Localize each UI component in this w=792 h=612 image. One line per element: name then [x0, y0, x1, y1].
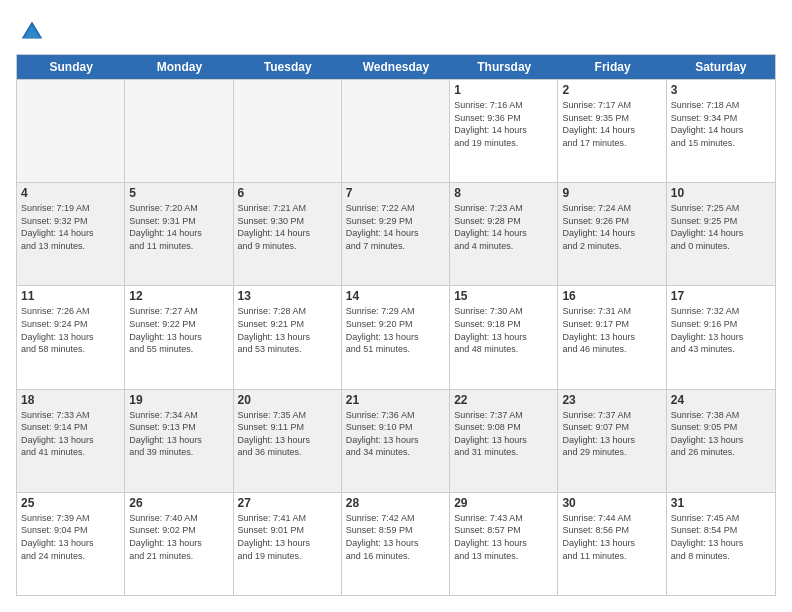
table-row: 23Sunrise: 7:37 AM Sunset: 9:07 PM Dayli… [558, 390, 666, 492]
day-info: Sunrise: 7:36 AM Sunset: 9:10 PM Dayligh… [346, 409, 445, 459]
day-info: Sunrise: 7:44 AM Sunset: 8:56 PM Dayligh… [562, 512, 661, 562]
day-number: 2 [562, 83, 661, 97]
calendar-row: 11Sunrise: 7:26 AM Sunset: 9:24 PM Dayli… [17, 285, 775, 388]
calendar: Sunday Monday Tuesday Wednesday Thursday… [16, 54, 776, 596]
day-info: Sunrise: 7:16 AM Sunset: 9:36 PM Dayligh… [454, 99, 553, 149]
logo-icon [18, 16, 46, 44]
calendar-row: 4Sunrise: 7:19 AM Sunset: 9:32 PM Daylig… [17, 182, 775, 285]
day-info: Sunrise: 7:38 AM Sunset: 9:05 PM Dayligh… [671, 409, 771, 459]
table-row [234, 80, 342, 182]
day-info: Sunrise: 7:29 AM Sunset: 9:20 PM Dayligh… [346, 305, 445, 355]
day-number: 28 [346, 496, 445, 510]
table-row: 2Sunrise: 7:17 AM Sunset: 9:35 PM Daylig… [558, 80, 666, 182]
day-number: 17 [671, 289, 771, 303]
day-number: 18 [21, 393, 120, 407]
day-info: Sunrise: 7:21 AM Sunset: 9:30 PM Dayligh… [238, 202, 337, 252]
header-saturday: Saturday [667, 55, 775, 79]
calendar-row: 25Sunrise: 7:39 AM Sunset: 9:04 PM Dayli… [17, 492, 775, 595]
day-number: 3 [671, 83, 771, 97]
day-info: Sunrise: 7:41 AM Sunset: 9:01 PM Dayligh… [238, 512, 337, 562]
day-info: Sunrise: 7:25 AM Sunset: 9:25 PM Dayligh… [671, 202, 771, 252]
day-info: Sunrise: 7:23 AM Sunset: 9:28 PM Dayligh… [454, 202, 553, 252]
table-row: 4Sunrise: 7:19 AM Sunset: 9:32 PM Daylig… [17, 183, 125, 285]
header [16, 16, 776, 44]
day-number: 5 [129, 186, 228, 200]
table-row: 21Sunrise: 7:36 AM Sunset: 9:10 PM Dayli… [342, 390, 450, 492]
calendar-body: 1Sunrise: 7:16 AM Sunset: 9:36 PM Daylig… [17, 79, 775, 595]
table-row: 30Sunrise: 7:44 AM Sunset: 8:56 PM Dayli… [558, 493, 666, 595]
day-info: Sunrise: 7:37 AM Sunset: 9:08 PM Dayligh… [454, 409, 553, 459]
day-info: Sunrise: 7:17 AM Sunset: 9:35 PM Dayligh… [562, 99, 661, 149]
day-number: 12 [129, 289, 228, 303]
day-info: Sunrise: 7:19 AM Sunset: 9:32 PM Dayligh… [21, 202, 120, 252]
table-row [125, 80, 233, 182]
table-row: 9Sunrise: 7:24 AM Sunset: 9:26 PM Daylig… [558, 183, 666, 285]
table-row: 28Sunrise: 7:42 AM Sunset: 8:59 PM Dayli… [342, 493, 450, 595]
day-number: 26 [129, 496, 228, 510]
day-info: Sunrise: 7:40 AM Sunset: 9:02 PM Dayligh… [129, 512, 228, 562]
header-thursday: Thursday [450, 55, 558, 79]
table-row: 25Sunrise: 7:39 AM Sunset: 9:04 PM Dayli… [17, 493, 125, 595]
day-info: Sunrise: 7:43 AM Sunset: 8:57 PM Dayligh… [454, 512, 553, 562]
table-row: 6Sunrise: 7:21 AM Sunset: 9:30 PM Daylig… [234, 183, 342, 285]
page: Sunday Monday Tuesday Wednesday Thursday… [0, 0, 792, 612]
table-row: 7Sunrise: 7:22 AM Sunset: 9:29 PM Daylig… [342, 183, 450, 285]
table-row: 27Sunrise: 7:41 AM Sunset: 9:01 PM Dayli… [234, 493, 342, 595]
header-tuesday: Tuesday [234, 55, 342, 79]
day-number: 31 [671, 496, 771, 510]
header-wednesday: Wednesday [342, 55, 450, 79]
calendar-row: 1Sunrise: 7:16 AM Sunset: 9:36 PM Daylig… [17, 79, 775, 182]
day-info: Sunrise: 7:26 AM Sunset: 9:24 PM Dayligh… [21, 305, 120, 355]
table-row: 15Sunrise: 7:30 AM Sunset: 9:18 PM Dayli… [450, 286, 558, 388]
day-number: 20 [238, 393, 337, 407]
day-info: Sunrise: 7:33 AM Sunset: 9:14 PM Dayligh… [21, 409, 120, 459]
calendar-row: 18Sunrise: 7:33 AM Sunset: 9:14 PM Dayli… [17, 389, 775, 492]
day-info: Sunrise: 7:28 AM Sunset: 9:21 PM Dayligh… [238, 305, 337, 355]
day-number: 23 [562, 393, 661, 407]
day-number: 25 [21, 496, 120, 510]
table-row [17, 80, 125, 182]
table-row: 24Sunrise: 7:38 AM Sunset: 9:05 PM Dayli… [667, 390, 775, 492]
table-row: 10Sunrise: 7:25 AM Sunset: 9:25 PM Dayli… [667, 183, 775, 285]
day-number: 14 [346, 289, 445, 303]
day-number: 24 [671, 393, 771, 407]
day-number: 10 [671, 186, 771, 200]
day-info: Sunrise: 7:42 AM Sunset: 8:59 PM Dayligh… [346, 512, 445, 562]
day-info: Sunrise: 7:20 AM Sunset: 9:31 PM Dayligh… [129, 202, 228, 252]
day-number: 4 [21, 186, 120, 200]
day-info: Sunrise: 7:37 AM Sunset: 9:07 PM Dayligh… [562, 409, 661, 459]
day-number: 9 [562, 186, 661, 200]
header-monday: Monday [125, 55, 233, 79]
day-number: 1 [454, 83, 553, 97]
table-row: 22Sunrise: 7:37 AM Sunset: 9:08 PM Dayli… [450, 390, 558, 492]
day-info: Sunrise: 7:32 AM Sunset: 9:16 PM Dayligh… [671, 305, 771, 355]
table-row: 11Sunrise: 7:26 AM Sunset: 9:24 PM Dayli… [17, 286, 125, 388]
day-number: 27 [238, 496, 337, 510]
table-row: 20Sunrise: 7:35 AM Sunset: 9:11 PM Dayli… [234, 390, 342, 492]
header-sunday: Sunday [17, 55, 125, 79]
day-info: Sunrise: 7:24 AM Sunset: 9:26 PM Dayligh… [562, 202, 661, 252]
day-info: Sunrise: 7:45 AM Sunset: 8:54 PM Dayligh… [671, 512, 771, 562]
table-row: 17Sunrise: 7:32 AM Sunset: 9:16 PM Dayli… [667, 286, 775, 388]
day-info: Sunrise: 7:35 AM Sunset: 9:11 PM Dayligh… [238, 409, 337, 459]
day-number: 29 [454, 496, 553, 510]
table-row: 13Sunrise: 7:28 AM Sunset: 9:21 PM Dayli… [234, 286, 342, 388]
day-number: 21 [346, 393, 445, 407]
day-number: 13 [238, 289, 337, 303]
day-info: Sunrise: 7:30 AM Sunset: 9:18 PM Dayligh… [454, 305, 553, 355]
day-number: 22 [454, 393, 553, 407]
day-info: Sunrise: 7:22 AM Sunset: 9:29 PM Dayligh… [346, 202, 445, 252]
day-info: Sunrise: 7:39 AM Sunset: 9:04 PM Dayligh… [21, 512, 120, 562]
table-row: 14Sunrise: 7:29 AM Sunset: 9:20 PM Dayli… [342, 286, 450, 388]
table-row: 19Sunrise: 7:34 AM Sunset: 9:13 PM Dayli… [125, 390, 233, 492]
table-row: 3Sunrise: 7:18 AM Sunset: 9:34 PM Daylig… [667, 80, 775, 182]
day-info: Sunrise: 7:27 AM Sunset: 9:22 PM Dayligh… [129, 305, 228, 355]
table-row: 18Sunrise: 7:33 AM Sunset: 9:14 PM Dayli… [17, 390, 125, 492]
logo [16, 16, 46, 44]
day-info: Sunrise: 7:18 AM Sunset: 9:34 PM Dayligh… [671, 99, 771, 149]
table-row: 29Sunrise: 7:43 AM Sunset: 8:57 PM Dayli… [450, 493, 558, 595]
table-row: 8Sunrise: 7:23 AM Sunset: 9:28 PM Daylig… [450, 183, 558, 285]
calendar-header: Sunday Monday Tuesday Wednesday Thursday… [17, 55, 775, 79]
day-number: 11 [21, 289, 120, 303]
table-row: 5Sunrise: 7:20 AM Sunset: 9:31 PM Daylig… [125, 183, 233, 285]
